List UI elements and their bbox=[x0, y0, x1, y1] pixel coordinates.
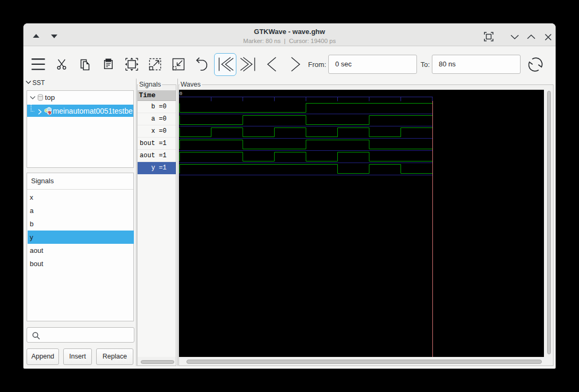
svg-text:0: 0 bbox=[180, 91, 183, 97]
